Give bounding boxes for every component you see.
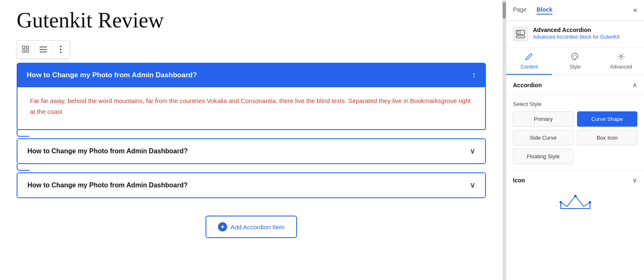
panel-close-button[interactable]: × — [633, 7, 637, 14]
icon-section: Icon ∨ — [506, 170, 644, 215]
svg-point-16 — [576, 56, 577, 57]
svg-point-17 — [620, 56, 622, 58]
edit-tabs: Content Style Advanced — [506, 48, 644, 75]
page-title: Gutenkit Review — [17, 8, 486, 32]
style-grid: Primary Curve Shape Side Curve Box Icon … — [513, 111, 637, 164]
block-toolbar — [17, 40, 70, 59]
main-content-area: Gutenkit Review — [0, 0, 503, 280]
plus-icon: + — [218, 222, 227, 231]
block-description: Advanced Accordion block for GutenKit — [533, 34, 619, 40]
svg-point-20 — [589, 201, 591, 204]
svg-rect-11 — [517, 31, 520, 34]
icon-section-chevron-icon: ∨ — [632, 176, 637, 184]
svg-point-13 — [573, 56, 574, 57]
select-style-area: Select Style Primary Curve Shape Side Cu… — [506, 95, 644, 170]
accordion-item-1-header[interactable]: How to Change my Photo from Admin Dashbo… — [17, 139, 485, 163]
main-scrollbar[interactable] — [503, 0, 506, 280]
icon-section-title: Icon — [513, 177, 525, 184]
tab-style-label: Style — [570, 64, 581, 70]
chevron-down-icon-1: ∨ — [470, 147, 475, 156]
tab-block[interactable]: Block — [537, 6, 552, 15]
panel-header: Page Block × — [506, 0, 644, 21]
accordion-item-2: How to Change my Photo from Admin Dashbo… — [17, 172, 486, 198]
accordion-open-title: How to Change my Photo from Admin Dashbo… — [27, 71, 197, 79]
svg-rect-5 — [40, 49, 47, 50]
crown-icon — [559, 194, 592, 211]
right-panel: Page Block × Advanced Accordion Advanced… — [506, 0, 644, 280]
tab-content[interactable]: Content — [506, 48, 552, 75]
chevron-down-icon-2: ∨ — [470, 181, 475, 190]
accordion-item-2-header[interactable]: How to Change my Photo from Admin Dashbo… — [17, 173, 485, 197]
icon-section-header[interactable]: Icon ∨ — [506, 170, 644, 190]
accordion-curve-connector-2 — [17, 164, 29, 171]
accordion-section-title: Accordion — [513, 82, 542, 88]
svg-rect-0 — [22, 46, 25, 49]
tab-advanced-label: Advanced — [610, 64, 632, 70]
svg-point-8 — [60, 49, 62, 50]
style-btn-curve-shape[interactable]: Curve Shape — [577, 111, 638, 127]
scrollbar-thumb[interactable] — [503, 2, 506, 19]
accordion-curve-connector — [17, 130, 29, 137]
svg-point-7 — [60, 46, 62, 47]
panel-body: Accordion ∧ Select Style Primary Curve S… — [506, 75, 644, 280]
toolbar-more-icon[interactable] — [52, 41, 69, 58]
style-btn-floating-style[interactable]: Floating Style — [513, 149, 574, 164]
block-info: Advanced Accordion Advanced Accordion bl… — [506, 21, 644, 48]
accordion-item-2-title: How to Change my Photo from Admin Dashbo… — [27, 182, 188, 189]
accordion-up-arrow-icon: ↑ — [472, 70, 476, 80]
accordion-item-1-title: How to Change my Photo from Admin Dashbo… — [27, 147, 188, 155]
svg-point-19 — [574, 195, 577, 197]
style-btn-primary[interactable]: Primary — [513, 111, 574, 127]
toolbar-block-icon[interactable] — [17, 41, 35, 58]
icon-preview-area — [506, 190, 644, 215]
gear-icon — [617, 53, 625, 62]
svg-rect-2 — [26, 46, 29, 49]
style-icon — [571, 53, 579, 62]
tab-advanced[interactable]: Advanced — [598, 48, 644, 75]
block-name: Advanced Accordion — [533, 27, 619, 33]
panel-tabs: Page Block — [513, 6, 552, 15]
add-accordion-item-button[interactable]: + Add Accordion Item — [206, 216, 297, 238]
block-info-text: Advanced Accordion Advanced Accordion bl… — [533, 27, 619, 40]
svg-rect-1 — [22, 50, 25, 52]
select-style-label: Select Style — [513, 101, 637, 107]
svg-point-15 — [575, 55, 576, 56]
svg-point-18 — [560, 201, 562, 204]
accordion-open-content: Far far away, behind the word mountains,… — [17, 87, 486, 130]
svg-rect-3 — [26, 50, 29, 52]
svg-rect-4 — [40, 47, 47, 47]
toolbar-align-icon[interactable] — [35, 41, 52, 58]
block-icon — [513, 27, 528, 42]
accordion-open-item: How to Change my Photo from Admin Dashbo… — [17, 63, 486, 137]
add-accordion-item-label: Add Accordion Item — [230, 224, 285, 231]
tab-style[interactable]: Style — [552, 48, 598, 75]
svg-rect-6 — [40, 52, 47, 52]
accordion-section-header[interactable]: Accordion ∧ — [506, 75, 644, 95]
accordion-section-chevron-icon: ∧ — [632, 81, 637, 89]
accordion-item-1: How to Change my Photo from Admin Dashbo… — [17, 138, 486, 164]
svg-rect-12 — [516, 36, 525, 38]
style-btn-side-curve[interactable]: Side Curve — [513, 130, 574, 145]
svg-point-14 — [574, 55, 575, 56]
accordion-content-text: Far far away, behind the word mountains,… — [30, 96, 473, 117]
tab-content-label: Content — [520, 64, 538, 70]
pencil-icon — [525, 53, 533, 62]
tab-page[interactable]: Page — [513, 6, 527, 15]
style-btn-box-icon[interactable]: Box Icon — [577, 130, 638, 145]
accordion-open-header[interactable]: How to Change my Photo from Admin Dashbo… — [17, 63, 486, 87]
svg-point-9 — [60, 52, 62, 53]
